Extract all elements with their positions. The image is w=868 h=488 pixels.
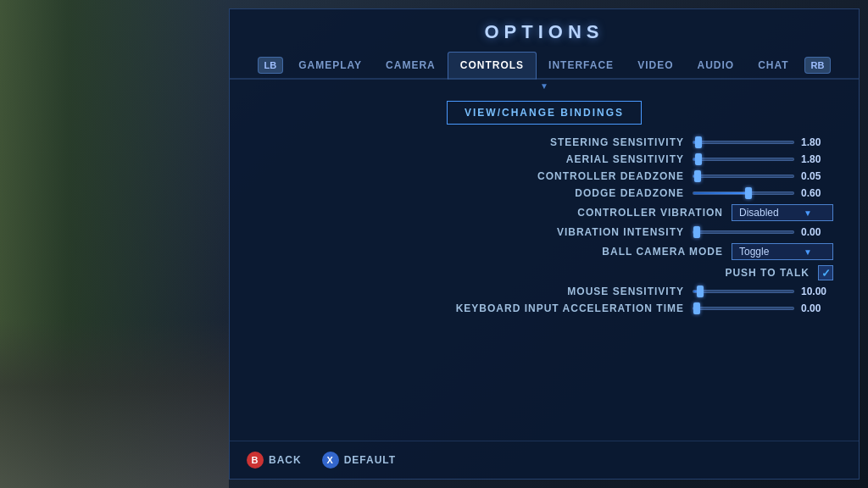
dropdown-arrow-icon-2: ▼ bbox=[804, 247, 812, 257]
ball-camera-mode-dropdown[interactable]: Toggle ▼ bbox=[732, 243, 833, 260]
tab-gameplay[interactable]: GAMEPLAY bbox=[287, 53, 374, 80]
keyboard-input-acceleration-track[interactable] bbox=[693, 307, 794, 310]
setting-row-controller-deadzone: CONTROLLER DEADZONE 0.05 bbox=[255, 170, 833, 182]
setting-row-ball-camera-mode: BALL CAMERA MODE Toggle ▼ bbox=[255, 243, 833, 260]
bg-road bbox=[0, 319, 229, 488]
lb-button[interactable]: LB bbox=[258, 57, 284, 74]
settings-list: STEERING SENSITIVITY 1.80 AERIAL SENSITI… bbox=[255, 136, 833, 314]
steering-sensitivity-track[interactable] bbox=[693, 141, 794, 144]
keyboard-input-acceleration-value: 0.00 bbox=[801, 302, 833, 314]
back-label: BACK bbox=[269, 454, 302, 466]
mouse-sensitivity-value: 10.00 bbox=[801, 286, 833, 297]
vibration-intensity-value: 0.00 bbox=[801, 226, 833, 238]
setting-row-vibration-intensity: VIBRATION INTENSITY 0.00 bbox=[255, 226, 833, 238]
vibration-intensity-track[interactable] bbox=[693, 230, 794, 234]
back-button[interactable]: B BACK bbox=[247, 452, 302, 469]
tab-interface[interactable]: INTERFACE bbox=[537, 53, 626, 80]
setting-row-mouse-sensitivity: MOUSE SENSITIVITY 10.00 bbox=[255, 286, 833, 297]
controls-content: VIEW/CHANGE BINDINGS STEERING SENSITIVIT… bbox=[230, 92, 859, 441]
steering-sensitivity-slider-wrap: 1.80 bbox=[693, 136, 833, 148]
b-button-icon: B bbox=[247, 452, 264, 469]
mouse-sensitivity-slider-wrap: 10.00 bbox=[693, 286, 833, 297]
setting-row-push-to-talk: PUSH TO TALK ✓ bbox=[255, 265, 833, 280]
ball-camera-mode-value: Toggle bbox=[739, 246, 769, 258]
aerial-sensitivity-label: AERIAL SENSITIVITY bbox=[464, 153, 684, 165]
dodge-deadzone-track[interactable] bbox=[693, 191, 794, 195]
dodge-deadzone-value: 0.60 bbox=[801, 187, 833, 199]
aerial-sensitivity-track[interactable] bbox=[693, 158, 794, 161]
dropdown-arrow-icon: ▼ bbox=[804, 208, 812, 218]
push-to-talk-checkbox-wrap: ✓ bbox=[818, 265, 833, 280]
dodge-deadzone-label: DODGE DEADZONE bbox=[464, 187, 684, 199]
tab-arrow: ▼ bbox=[230, 80, 859, 92]
dodge-deadzone-slider-wrap: 0.60 bbox=[693, 187, 833, 199]
tabs-row: LB GAMEPLAY CAMERA CONTROLS INTERFACE VI… bbox=[230, 52, 859, 80]
controller-vibration-value: Disabled bbox=[739, 207, 779, 219]
vibration-intensity-slider-wrap: 0.00 bbox=[693, 226, 833, 238]
controller-vibration-label: CONTROLLER VIBRATION bbox=[503, 207, 723, 219]
mouse-sensitivity-label: MOUSE SENSITIVITY bbox=[464, 286, 684, 297]
push-to-talk-label: PUSH TO TALK bbox=[589, 267, 810, 279]
steering-sensitivity-label: STEERING SENSITIVITY bbox=[464, 136, 684, 148]
mouse-sensitivity-track[interactable] bbox=[693, 290, 794, 293]
controller-deadzone-track[interactable] bbox=[693, 175, 794, 178]
controller-deadzone-label: CONTROLLER DEADZONE bbox=[464, 170, 684, 182]
rb-button[interactable]: RB bbox=[804, 57, 832, 74]
tab-audio[interactable]: AUDIO bbox=[685, 53, 746, 80]
steering-sensitivity-value: 1.80 bbox=[801, 136, 833, 148]
options-panel: OPTIONS LB GAMEPLAY CAMERA CONTROLS INTE… bbox=[229, 8, 860, 480]
vibration-intensity-label: VIBRATION INTENSITY bbox=[464, 226, 684, 238]
controller-vibration-dropdown[interactable]: Disabled ▼ bbox=[732, 204, 833, 221]
bindings-btn-wrap: VIEW/CHANGE BINDINGS bbox=[255, 101, 833, 125]
tab-controls[interactable]: CONTROLS bbox=[448, 52, 537, 80]
push-to-talk-checkbox[interactable]: ✓ bbox=[818, 265, 833, 280]
controller-vibration-dropdown-wrap: Disabled ▼ bbox=[732, 204, 833, 221]
ball-camera-mode-dropdown-wrap: Toggle ▼ bbox=[732, 243, 833, 260]
controller-deadzone-value: 0.05 bbox=[801, 170, 833, 182]
tab-camera[interactable]: CAMERA bbox=[374, 53, 448, 80]
footer: B BACK X DEFAULT bbox=[230, 441, 859, 479]
setting-row-controller-vibration: CONTROLLER VIBRATION Disabled ▼ bbox=[255, 204, 833, 221]
default-button[interactable]: X DEFAULT bbox=[322, 452, 396, 469]
aerial-sensitivity-value: 1.80 bbox=[801, 153, 833, 165]
tab-chat[interactable]: CHAT bbox=[746, 53, 800, 80]
setting-row-aerial-sensitivity: AERIAL SENSITIVITY 1.80 bbox=[255, 153, 833, 165]
view-change-bindings-button[interactable]: VIEW/CHANGE BINDINGS bbox=[447, 101, 642, 125]
page-title: OPTIONS bbox=[230, 9, 859, 52]
default-label: DEFAULT bbox=[344, 454, 396, 466]
setting-row-keyboard-input-acceleration: KEYBOARD INPUT ACCELERATION TIME 0.00 bbox=[255, 302, 833, 314]
ball-camera-mode-label: BALL CAMERA MODE bbox=[503, 246, 723, 258]
setting-row-steering-sensitivity: STEERING SENSITIVITY 1.80 bbox=[255, 136, 833, 148]
tab-video[interactable]: VIDEO bbox=[626, 53, 685, 80]
keyboard-input-acceleration-label: KEYBOARD INPUT ACCELERATION TIME bbox=[456, 302, 684, 314]
aerial-sensitivity-slider-wrap: 1.80 bbox=[693, 153, 833, 165]
keyboard-input-acceleration-slider-wrap: 0.00 bbox=[693, 302, 833, 314]
controller-deadzone-slider-wrap: 0.05 bbox=[693, 170, 833, 182]
setting-row-dodge-deadzone: DODGE DEADZONE 0.60 bbox=[255, 187, 833, 199]
x-button-icon: X bbox=[322, 452, 339, 469]
